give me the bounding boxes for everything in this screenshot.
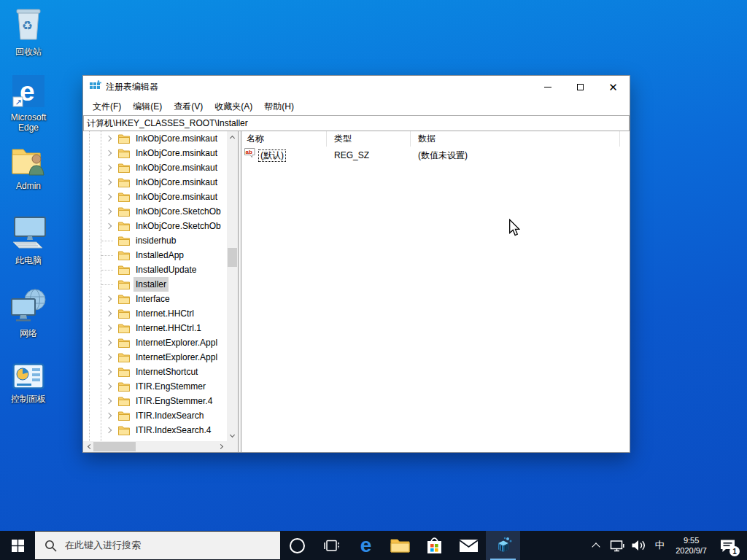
tree-item[interactable]: Installer <box>83 277 227 292</box>
folder-icon <box>118 425 130 440</box>
expand-chevron-icon[interactable] <box>106 296 112 302</box>
clock-time: 9:55 <box>676 535 707 545</box>
tree-item[interactable]: InkObjCore.msinkaut <box>83 146 227 160</box>
scroll-right-icon[interactable] <box>216 441 227 452</box>
window-title: 注册表编辑器 <box>106 81 531 93</box>
tree-item[interactable]: ITIR.IndexSearch <box>83 408 227 423</box>
cortana-button[interactable] <box>280 531 314 560</box>
tree-item-label: InkObjCore.SketchOb <box>133 204 223 219</box>
expand-chevron-icon[interactable] <box>106 179 112 185</box>
expand-chevron-icon[interactable] <box>106 209 112 214</box>
tree-vertical-scrollbar[interactable] <box>227 131 238 441</box>
menu-help[interactable]: 帮助(H) <box>258 98 300 115</box>
menu-favorites[interactable]: 收藏夹(A) <box>209 98 258 115</box>
tray-ime-indicator[interactable]: 中 <box>651 531 667 560</box>
scroll-down-icon[interactable] <box>227 430 238 441</box>
taskbar: 在此键入进行搜索 e <box>0 531 747 560</box>
close-button[interactable]: ✕ <box>597 76 630 98</box>
network-status-icon <box>610 540 624 552</box>
expand-chevron-icon[interactable] <box>106 311 112 316</box>
tree-item-label: InternetShortcut <box>133 365 200 379</box>
tree-item[interactable]: Interface <box>83 292 227 306</box>
address-bar[interactable]: 计算机\HKEY_CLASSES_ROOT\Installer <box>83 115 630 131</box>
tree-item[interactable]: InstalledUpdate <box>83 262 227 277</box>
expand-chevron-icon[interactable] <box>106 136 112 141</box>
taskbar-mail-button[interactable] <box>452 531 486 560</box>
expand-chevron-icon[interactable] <box>106 398 112 404</box>
tree-item[interactable]: InkObjCore.msinkaut <box>83 190 227 204</box>
taskbar-file-explorer-button[interactable] <box>383 531 417 560</box>
tree-item[interactable]: InternetExplorer.Appl <box>83 335 227 350</box>
tree-item-label: ITIR.EngStemmer.4 <box>133 394 214 408</box>
column-header-type[interactable]: 类型 <box>327 131 411 147</box>
expand-chevron-icon[interactable] <box>106 384 112 389</box>
tree-item[interactable]: insiderhub <box>83 233 227 248</box>
tree-item[interactable]: InternetExplorer.Appl <box>83 350 227 365</box>
registry-value-row[interactable]: ab (默认) REG_SZ (数值未设置) <box>241 148 630 163</box>
titlebar[interactable]: 注册表编辑器 ✕ <box>83 76 630 98</box>
expand-chevron-icon[interactable] <box>106 340 112 346</box>
expand-chevron-icon[interactable] <box>106 413 112 419</box>
menu-edit[interactable]: 编辑(E) <box>127 98 168 115</box>
tree-item-label: InkObjCore.msinkaut <box>133 160 220 175</box>
windows-logo-icon <box>12 540 24 552</box>
column-header-name[interactable]: 名称 <box>241 131 327 147</box>
expand-chevron-icon[interactable] <box>106 165 112 171</box>
tree-item[interactable]: InkObjCore.msinkaut <box>83 131 227 146</box>
tree-item[interactable]: Internet.HHCtrl <box>83 306 227 321</box>
tree-item[interactable]: InternetShortcut <box>83 365 227 379</box>
scroll-up-icon[interactable] <box>227 131 238 142</box>
tree-item[interactable]: ITIR.EngStemmer.4 <box>83 394 227 408</box>
desktop-icon-this-pc[interactable]: 此电脑 <box>1 216 55 265</box>
expand-chevron-icon[interactable] <box>106 194 112 200</box>
taskbar-store-button[interactable] <box>417 531 452 560</box>
tray-network-button[interactable] <box>609 531 625 560</box>
desktop-icon-recycle-bin[interactable]: ♻ 回收站 <box>1 6 55 57</box>
taskbar-regedit-button[interactable] <box>486 531 520 560</box>
menu-bar: 文件(F) 编辑(E) 查看(V) 收藏夹(A) 帮助(H) <box>83 98 630 115</box>
start-button[interactable] <box>0 531 35 560</box>
expand-chevron-icon[interactable] <box>106 354 112 360</box>
menu-view[interactable]: 查看(V) <box>168 98 209 115</box>
tray-overflow-button[interactable] <box>588 531 604 560</box>
tray-volume-button[interactable] <box>630 531 646 560</box>
taskbar-edge-button[interactable]: e <box>349 531 383 560</box>
tree-item-label: Installer <box>133 277 169 292</box>
tree-item-label: ITIR.IndexSearch.4 <box>133 423 213 438</box>
column-header-data[interactable]: 数据 <box>411 131 620 147</box>
tree-item[interactable]: InkObjCore.SketchOb <box>83 204 227 219</box>
tree-item-label: InkObjCore.msinkaut <box>133 146 220 160</box>
tree-item[interactable]: Internet.HHCtrl.1 <box>83 321 227 335</box>
desktop-icon-microsoft-edge[interactable]: e ↗ Microsoft Edge <box>1 74 55 133</box>
horizontal-scroll-thumb[interactable] <box>93 442 136 451</box>
clock-date: 2020/9/7 <box>676 545 707 556</box>
chevron-up-icon <box>592 542 600 551</box>
scroll-left-icon[interactable] <box>83 441 94 452</box>
action-center-button[interactable]: 1 <box>715 531 740 560</box>
expand-chevron-icon[interactable] <box>106 427 112 433</box>
system-tray: 中 9:55 2020/9/7 1 <box>588 531 747 560</box>
search-placeholder: 在此键入进行搜索 <box>65 539 141 552</box>
taskbar-search-input[interactable]: 在此键入进行搜索 <box>35 532 280 559</box>
tree-item[interactable]: InkObjCore.msinkaut <box>83 160 227 175</box>
minimize-button[interactable] <box>531 76 564 98</box>
tree-item[interactable]: ITIR.EngStemmer <box>83 379 227 394</box>
maximize-button[interactable] <box>564 76 597 98</box>
tray-clock[interactable]: 9:55 2020/9/7 <box>673 531 710 560</box>
desktop-icon-admin[interactable]: Admin <box>1 146 55 191</box>
tree-item[interactable]: ITIR.IndexSearch.4 <box>83 423 227 438</box>
scrollbar-corner <box>227 441 238 452</box>
desktop-icon-network[interactable]: 网络 <box>1 287 55 338</box>
tree-item[interactable]: InstalledApp <box>83 248 227 262</box>
tree-horizontal-scrollbar[interactable] <box>83 441 227 452</box>
vertical-scroll-thumb[interactable] <box>228 248 237 267</box>
expand-chevron-icon[interactable] <box>106 369 112 375</box>
desktop-icon-control-panel[interactable]: 控制面板 <box>1 363 55 404</box>
expand-chevron-icon[interactable] <box>106 325 112 331</box>
tree-item[interactable]: InkObjCore.SketchOb <box>83 219 227 233</box>
task-view-button[interactable] <box>314 531 349 560</box>
expand-chevron-icon[interactable] <box>106 150 112 156</box>
tree-item[interactable]: InkObjCore.msinkaut <box>83 175 227 190</box>
menu-file[interactable]: 文件(F) <box>87 98 127 115</box>
expand-chevron-icon[interactable] <box>106 223 112 229</box>
